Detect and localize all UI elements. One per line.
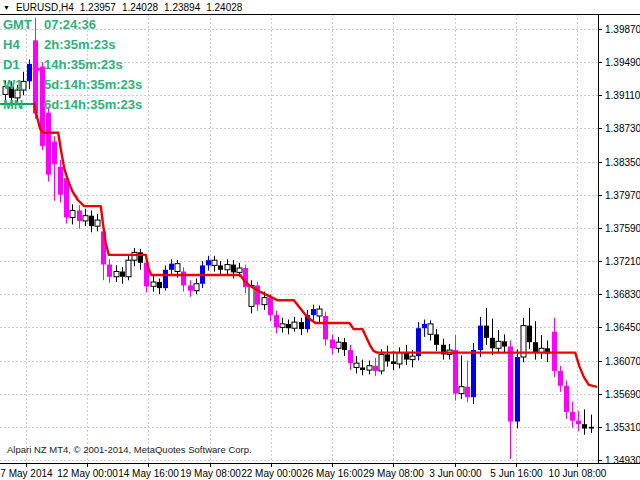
- candle-body: [410, 356, 415, 359]
- candle-body: [274, 315, 279, 327]
- candle-body: [434, 334, 439, 344]
- candle-body: [385, 354, 390, 361]
- candle-body: [367, 366, 372, 370]
- price-axis-label: 1.36830: [605, 289, 640, 300]
- candle-body: [77, 210, 82, 220]
- price-axis-label: 1.39110: [605, 90, 640, 101]
- time-axis-label: 22 May 00:00: [241, 468, 302, 479]
- candle-body: [212, 260, 217, 265]
- price-axis-label: 1.37210: [605, 256, 640, 267]
- candle-body: [558, 371, 563, 386]
- candle-body: [175, 264, 180, 272]
- candle-body: [107, 265, 112, 277]
- candle-body: [58, 167, 63, 195]
- candle-body: [496, 341, 501, 348]
- candle-body: [317, 309, 322, 316]
- candle-body: [46, 113, 51, 175]
- candle-body: [126, 260, 131, 277]
- countdown-value: 6d:14h:35m:23s: [44, 95, 142, 115]
- candle-body: [484, 326, 489, 338]
- candle-body: [52, 142, 57, 165]
- candle-body: [397, 353, 402, 364]
- candle-body: [225, 265, 230, 270]
- time-axis-label: 5 Jun 16:00: [490, 468, 543, 479]
- candle-body: [114, 272, 119, 277]
- broker-watermark: Alpari NZ MT4, © 2001-2014, MetaQuotes S…: [7, 444, 252, 455]
- candle-body: [564, 386, 569, 412]
- candle-body: [188, 285, 193, 290]
- time-axis-label: 29 May 08:00: [363, 468, 424, 479]
- countdown-row-gmt: GMT 07:24:36: [3, 15, 142, 35]
- candle-body: [194, 284, 199, 291]
- time-axis-label: 10 Jun 08:00: [549, 468, 607, 479]
- candle-body: [323, 316, 328, 340]
- candle-body: [280, 324, 285, 327]
- candle-body: [292, 322, 297, 328]
- countdown-value: 14h:35m:23s: [44, 55, 123, 75]
- candle-body: [163, 270, 168, 288]
- candle-body: [70, 210, 75, 217]
- candle-body: [354, 363, 359, 367]
- price-axis-label: 1.34930: [605, 455, 640, 466]
- candle-body: [552, 332, 557, 371]
- candle-body: [268, 298, 273, 315]
- candle-body: [206, 260, 211, 265]
- countdown-label: MN: [3, 95, 44, 115]
- candle-body: [348, 350, 353, 363]
- candle-body: [336, 342, 341, 348]
- candle-body: [471, 350, 476, 397]
- countdown-row-d1: D1 14h:35m:23s: [3, 55, 142, 75]
- candle-body: [286, 324, 291, 328]
- countdown-label: H4: [3, 35, 44, 55]
- candle-body: [218, 265, 223, 269]
- countdown-row-w1: W1 5d:14h:35m:23s: [3, 75, 142, 95]
- mt4-chart-window: ▼ EURUSD,H4 1.23957 1.24028 1.23894 1.24…: [0, 0, 640, 480]
- candle-body: [169, 264, 174, 270]
- candle-body: [391, 361, 396, 364]
- candle-body: [181, 272, 186, 286]
- price-axis-label: 1.36450: [605, 322, 640, 333]
- candle-body: [342, 342, 347, 350]
- candle-body: [576, 421, 581, 424]
- candle-body: [428, 324, 433, 334]
- candle-body: [570, 412, 575, 421]
- candle-body: [422, 324, 427, 328]
- candle-body: [83, 216, 88, 221]
- countdown-row-h4: H4 2h:35m:23s: [3, 35, 142, 55]
- price-axis-label: 1.35310: [605, 422, 640, 433]
- time-axis-label: 14 May 16:00: [118, 468, 179, 479]
- countdown-value: 2h:35m:23s: [44, 35, 116, 55]
- time-axis-label: 19 May 08:00: [180, 468, 241, 479]
- candle-body: [502, 341, 507, 346]
- candle-body: [465, 387, 470, 397]
- countdown-value: 5d:14h:35m:23s: [44, 75, 142, 95]
- candle-body: [373, 366, 378, 371]
- price-axis-label: 1.39490: [605, 57, 640, 68]
- candle-body: [95, 220, 100, 226]
- price-axis-label: 1.35690: [605, 389, 640, 400]
- countdown-row-mn: MN 6d:14h:35m:23s: [3, 95, 142, 115]
- candle-body: [120, 272, 125, 277]
- price-axis-label: 1.37970: [605, 190, 640, 201]
- candle-body: [231, 265, 236, 273]
- candle-body: [379, 354, 384, 371]
- countdown-label: GMT: [3, 15, 44, 35]
- countdown-value: 07:24:36: [44, 15, 96, 35]
- time-axis: 7 May 201412 May 00:0014 May 16:0019 May…: [0, 464, 606, 479]
- candle-body: [299, 322, 304, 329]
- candle-body: [508, 347, 513, 422]
- price-axis-label: 1.38730: [605, 123, 640, 134]
- candle-body: [132, 252, 137, 260]
- candle-body: [360, 367, 365, 370]
- time-axis-label: 3 Jun 00:00: [429, 468, 482, 479]
- candle-body: [151, 282, 156, 286]
- candle-body: [527, 326, 532, 343]
- price-axis-label: 1.36070: [605, 356, 640, 367]
- price-axis: 1.398701.394901.391101.387301.383501.379…: [598, 24, 640, 466]
- time-axis-label: 12 May 00:00: [57, 468, 118, 479]
- price-axis-label: 1.38350: [605, 157, 640, 168]
- candle-body: [262, 298, 267, 305]
- price-axis-label: 1.39870: [605, 24, 640, 35]
- candle-countdown-overlay: GMT 07:24:36 H4 2h:35m:23s D1 14h:35m:23…: [3, 15, 142, 115]
- time-axis-label: 7 May 2014: [0, 468, 53, 479]
